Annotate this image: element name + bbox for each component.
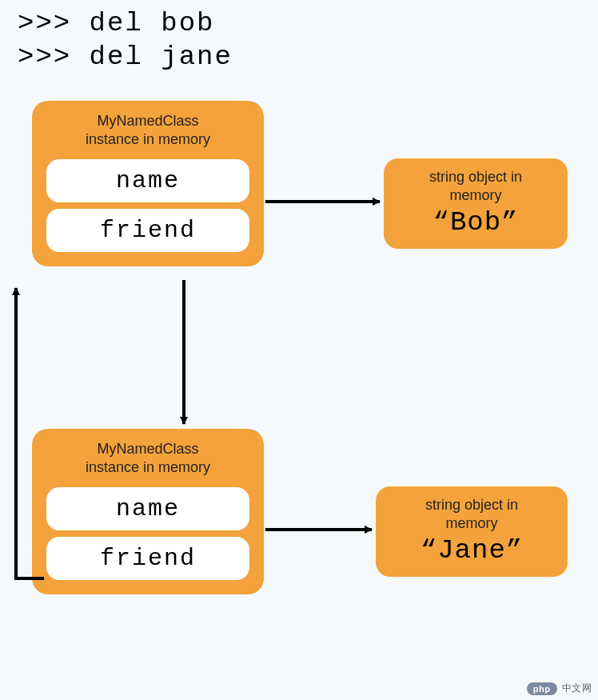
watermark-badge: php <box>527 682 557 695</box>
title-line: instance in memory <box>86 131 210 147</box>
watermark-text: 中文网 <box>562 682 592 695</box>
title-line: memory <box>445 515 497 531</box>
instance-box-bob: MyNamedClass instance in memory name fri… <box>32 101 264 266</box>
instance-title: MyNamedClass instance in memory <box>46 440 249 478</box>
attr-friend: friend <box>46 537 249 580</box>
code-block: >>> del bob >>> del jane <box>18 8 233 75</box>
title-line: instance in memory <box>86 459 210 475</box>
title-line: string object in <box>429 169 522 185</box>
watermark: php 中文网 <box>527 682 592 695</box>
string-value: “Bob” <box>401 207 550 238</box>
instance-box-jane: MyNamedClass instance in memory name fri… <box>32 429 264 594</box>
code-line-2: >>> del jane <box>18 42 233 72</box>
title-line: memory <box>449 187 501 203</box>
code-line-1: >>> del bob <box>18 8 233 38</box>
instance-title: MyNamedClass instance in memory <box>46 112 249 150</box>
string-box-bob: string object in memory “Bob” <box>384 158 568 249</box>
string-value: “Jane” <box>393 535 550 566</box>
string-title: string object in memory <box>401 168 550 206</box>
string-title: string object in memory <box>393 496 550 534</box>
title-line: MyNamedClass <box>97 441 198 457</box>
attr-friend: friend <box>46 209 249 252</box>
string-box-jane: string object in memory “Jane” <box>376 486 568 577</box>
title-line: string object in <box>425 497 518 513</box>
attr-name: name <box>46 159 249 202</box>
attr-name: name <box>46 487 249 530</box>
title-line: MyNamedClass <box>97 113 198 129</box>
